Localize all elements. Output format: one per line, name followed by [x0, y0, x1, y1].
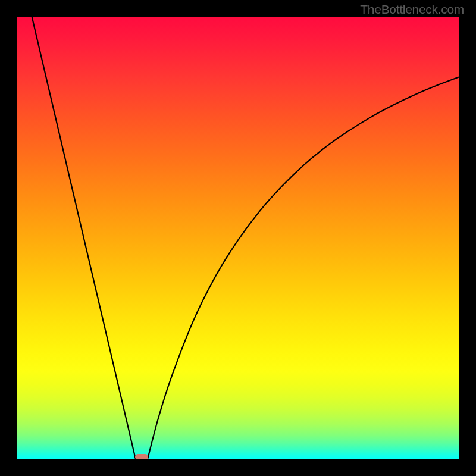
curve-right-branch: [148, 77, 459, 459]
cusp-marker: [135, 454, 148, 459]
curve-layer: [17, 17, 459, 459]
curve-left-branch: [32, 17, 136, 459]
plot-area: [17, 17, 459, 459]
watermark-text: TheBottleneck.com: [360, 2, 464, 17]
